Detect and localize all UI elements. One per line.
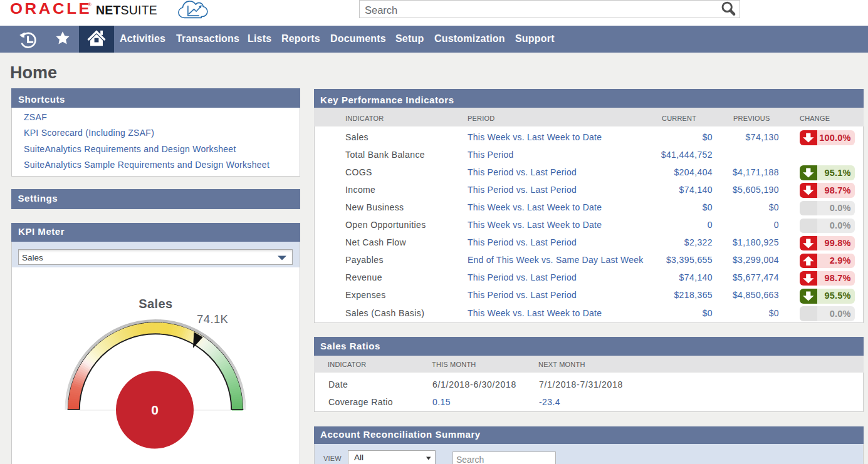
svg-text:0: 0 <box>151 403 159 417</box>
